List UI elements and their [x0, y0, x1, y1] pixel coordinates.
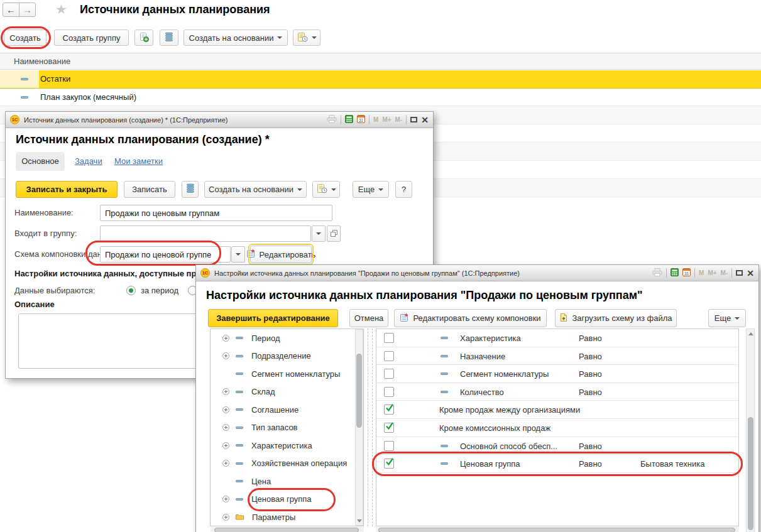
forward-button[interactable]: →	[19, 3, 36, 17]
checkbox-unchecked[interactable]	[384, 369, 394, 379]
more-button[interactable]: Еще	[708, 309, 746, 327]
scrollbar-thumb[interactable]	[356, 354, 362, 428]
memory-minus-button[interactable]: M-	[721, 269, 728, 276]
list-row[interactable]: План закупок (месячный)	[0, 89, 761, 106]
condition-row[interactable]: НазначениеРавно	[376, 347, 738, 366]
expand-icon[interactable]	[222, 460, 229, 467]
panel-splitter[interactable]	[372, 328, 373, 526]
condition-row[interactable]: Основной способ обесп...Равно	[376, 437, 738, 455]
document-history-dropdown-button[interactable]	[293, 30, 320, 46]
expand-icon[interactable]	[222, 352, 229, 359]
expand-icon[interactable]	[222, 496, 229, 502]
file-upload-icon	[559, 313, 568, 324]
tree-item[interactable]: Тип запасов	[211, 419, 363, 437]
load-schema-from-file-button[interactable]: Загрузить схему из файла	[555, 309, 677, 327]
tree-vertical-scrollbar[interactable]	[355, 329, 363, 526]
list-header-row[interactable]: Наименование	[0, 53, 761, 70]
finish-editing-button[interactable]: Завершить редактирование	[208, 309, 338, 327]
edit-composition-schema-button[interactable]: Редактировать схему компоновки	[394, 309, 547, 327]
tab-my-notes[interactable]: Мои заметки	[114, 152, 163, 171]
conditions-horizontal-scrollbar[interactable]	[376, 527, 739, 532]
calendar-icon[interactable]: 31	[357, 115, 365, 124]
expand-icon[interactable]	[222, 388, 229, 395]
cancel-button[interactable]: Отмена	[349, 309, 388, 327]
add-new-icon-button[interactable]	[134, 30, 153, 46]
calendar-icon[interactable]: 31	[682, 268, 691, 278]
scrollbar-thumb[interactable]	[214, 528, 359, 532]
related-documents-icon-button[interactable]	[182, 181, 199, 198]
close-button[interactable]: ✕	[747, 270, 754, 276]
scrollbar-thumb[interactable]	[748, 417, 753, 530]
scroll-down-arrow-icon[interactable]	[357, 519, 362, 523]
schema-dropdown-button[interactable]	[231, 246, 245, 263]
memory-plus-button[interactable]: M+	[708, 269, 716, 276]
panel-splitter[interactable]	[368, 328, 368, 526]
maximize-button[interactable]	[736, 270, 743, 276]
tree-item[interactable]: Хозяйственная операция	[211, 455, 363, 473]
create-based-on-button[interactable]: Создать на основании	[183, 30, 288, 46]
conditions-vertical-scrollbar[interactable]	[746, 328, 755, 532]
print-icon[interactable]	[652, 268, 662, 278]
back-button[interactable]: ←	[3, 3, 19, 17]
checkbox-unchecked[interactable]	[384, 387, 394, 397]
checkbox-checked[interactable]	[384, 423, 394, 433]
condition-row[interactable]: КоличествоРавно	[376, 383, 738, 401]
maximize-button[interactable]	[410, 117, 417, 122]
checkbox-unchecked[interactable]	[384, 441, 394, 451]
tree-horizontal-scrollbar[interactable]	[211, 527, 364, 532]
save-and-close-button[interactable]: Записать и закрыть	[16, 181, 118, 198]
expand-icon[interactable]	[222, 406, 229, 413]
group-dropdown-button[interactable]	[312, 225, 326, 242]
checkbox-unchecked[interactable]	[384, 333, 394, 343]
edit-schema-button[interactable]: Редактировать	[250, 246, 312, 263]
tree-item-price-group[interactable]: Ценовая группа	[211, 491, 363, 509]
checkbox-checked[interactable]	[384, 459, 394, 469]
condition-row-price-group[interactable]: Ценовая группаРавноБытовая техника	[376, 455, 738, 473]
tree-item[interactable]: Цена	[211, 472, 363, 491]
tab-tasks[interactable]: Задачи	[75, 152, 102, 171]
memory-button[interactable]: M	[699, 269, 704, 276]
create-group-button[interactable]: Создать группу	[54, 30, 129, 46]
calculator-icon[interactable]	[671, 268, 679, 278]
help-button[interactable]: ?	[395, 181, 412, 198]
memory-button[interactable]: M	[373, 116, 378, 123]
save-button[interactable]: Записать	[124, 181, 175, 198]
create-based-on-button[interactable]: Создать на основании	[204, 181, 307, 198]
print-icon[interactable]	[327, 115, 337, 124]
memory-plus-button[interactable]: M+	[382, 116, 391, 123]
create-button[interactable]: Создать	[4, 30, 47, 46]
tree-item[interactable]: Склад	[211, 383, 363, 401]
list-row-selected[interactable]: Остатки	[0, 70, 761, 89]
checkbox-unchecked[interactable]	[384, 351, 394, 361]
expand-icon[interactable]	[222, 424, 229, 431]
tree-item[interactable]: Период	[211, 329, 363, 347]
scrollbar-thumb[interactable]	[378, 528, 735, 532]
condition-row[interactable]: Сегмент номенклатурыРавно	[376, 365, 738, 383]
schema-input[interactable]	[100, 246, 231, 263]
calculator-icon[interactable]	[345, 115, 353, 124]
tree-item[interactable]: Соглашение	[211, 401, 363, 419]
condition-row[interactable]: ХарактеристикаРавно	[376, 329, 738, 347]
memory-minus-button[interactable]: M-	[395, 116, 403, 123]
related-documents-icon-button[interactable]	[160, 30, 178, 46]
radio-for-period[interactable]	[126, 286, 136, 295]
expand-icon[interactable]	[222, 335, 229, 342]
tree-item[interactable]: Характеристика	[211, 437, 363, 455]
checkbox-checked[interactable]	[384, 404, 394, 415]
tree-item-parameters[interactable]: Параметры	[211, 508, 363, 526]
document-history-dropdown-button[interactable]	[312, 181, 340, 198]
scroll-up-arrow-icon[interactable]	[748, 332, 753, 335]
name-input[interactable]	[100, 205, 332, 221]
expand-icon[interactable]	[222, 442, 229, 449]
tab-main[interactable]: Основное	[16, 152, 65, 171]
tree-item[interactable]: Подразделение	[211, 347, 363, 366]
tree-item[interactable]: Сегмент номенклатуры	[211, 365, 363, 383]
condition-row[interactable]: Кроме комиссионных продаж	[376, 419, 738, 437]
condition-row[interactable]: Кроме продаж между организациями	[376, 401, 738, 419]
favorite-star-icon[interactable]: ★	[55, 2, 67, 17]
group-open-button[interactable]	[327, 225, 341, 242]
group-input[interactable]	[100, 225, 311, 242]
expand-icon[interactable]	[222, 514, 229, 521]
close-button[interactable]: ✕	[421, 117, 429, 123]
more-button[interactable]: Еще	[353, 181, 389, 198]
